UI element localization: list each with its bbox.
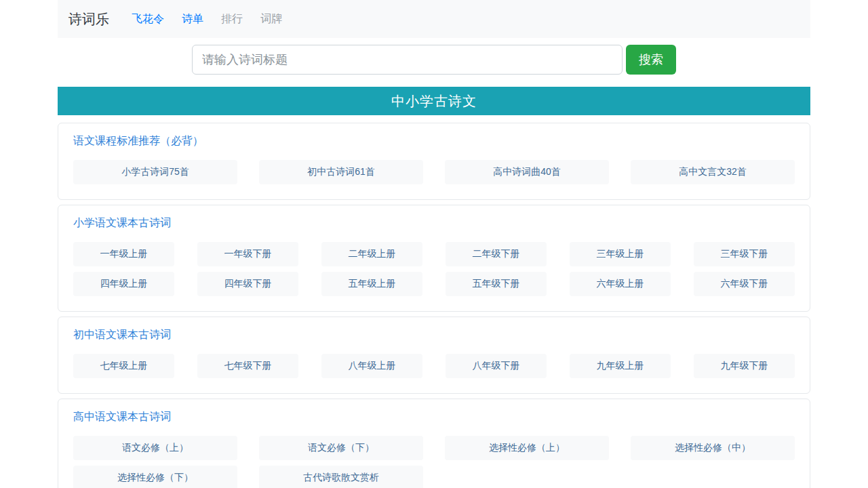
category-button[interactable]: 小学古诗词75首 (73, 160, 237, 184)
section-title: 小学语文课本古诗词 (73, 218, 795, 228)
grade-button[interactable]: 三年级上册 (570, 242, 671, 266)
grade-button[interactable]: 五年级下册 (446, 272, 547, 296)
tile-grid: 小学古诗词75首 初中古诗词61首 高中诗词曲40首 高中文言文32首 (73, 160, 795, 184)
course-button[interactable]: 语文必修（下） (259, 436, 423, 460)
section-title: 语文课程标准推荐（必背） (73, 136, 795, 146)
section-title: 初中语文课本古诗词 (73, 329, 795, 340)
grade-button[interactable]: 五年级上册 (321, 272, 422, 296)
grade-button[interactable]: 二年级下册 (446, 242, 547, 266)
main-nav: 飞花令 诗单 排行 词牌 (123, 7, 291, 32)
course-button[interactable]: 古代诗歌散文赏析 (259, 466, 423, 488)
tile-grid: 七年级上册 七年级下册 八年级上册 八年级下册 九年级上册 九年级下册 (73, 354, 795, 378)
tile-grid: 一年级上册 一年级下册 二年级上册 二年级下册 三年级上册 三年级下册 四年级上… (73, 242, 795, 296)
search-button[interactable]: 搜索 (626, 45, 676, 75)
nav-item-shidan[interactable]: 诗单 (173, 7, 212, 32)
grade-button[interactable]: 三年级下册 (694, 242, 795, 266)
grade-button[interactable]: 六年级下册 (694, 272, 795, 296)
nav-item-feihualing[interactable]: 飞花令 (123, 7, 173, 32)
section-banner: 中小学古诗文 (58, 87, 810, 115)
section-curriculum-recommended: 语文课程标准推荐（必背） 小学古诗词75首 初中古诗词61首 高中诗词曲40首 … (58, 123, 810, 200)
nav-item-paihang[interactable]: 排行 (212, 7, 252, 32)
category-button[interactable]: 初中古诗词61首 (259, 160, 423, 184)
course-button[interactable]: 选择性必修（上） (445, 436, 609, 460)
course-button[interactable]: 语文必修（上） (73, 436, 237, 460)
section-high-school: 高中语文课本古诗词 语文必修（上） 语文必修（下） 选择性必修（上） 选择性必修… (58, 399, 810, 488)
top-navbar: 诗词乐 飞花令 诗单 排行 词牌 (58, 0, 810, 38)
grade-button[interactable]: 七年级下册 (197, 354, 298, 378)
grade-button[interactable]: 四年级上册 (73, 272, 174, 296)
grade-button[interactable]: 八年级上册 (321, 354, 422, 378)
grade-button[interactable]: 七年级上册 (73, 354, 174, 378)
grade-button[interactable]: 九年级上册 (570, 354, 671, 378)
category-button[interactable]: 高中文言文32首 (631, 160, 795, 184)
course-button[interactable]: 选择性必修（下） (73, 466, 237, 488)
section-title: 高中语文课本古诗词 (73, 411, 795, 422)
page-container: 诗词乐 飞花令 诗单 排行 词牌 搜索 中小学古诗文 语文课程标准推荐（必背） … (58, 0, 810, 488)
brand-logo[interactable]: 诗词乐 (68, 10, 109, 28)
search-bar: 搜索 (58, 38, 810, 75)
nav-item-cipai[interactable]: 词牌 (252, 7, 291, 32)
grade-button[interactable]: 二年级上册 (321, 242, 422, 266)
grade-button[interactable]: 九年级下册 (694, 354, 795, 378)
grade-button[interactable]: 一年级下册 (197, 242, 298, 266)
section-middle-school: 初中语文课本古诗词 七年级上册 七年级下册 八年级上册 八年级下册 九年级上册 … (58, 317, 810, 394)
grade-button[interactable]: 四年级下册 (197, 272, 298, 296)
search-input[interactable] (192, 45, 623, 75)
banner-title: 中小学古诗文 (391, 92, 477, 110)
tile-grid: 语文必修（上） 语文必修（下） 选择性必修（上） 选择性必修（中） 选择性必修（… (73, 436, 795, 488)
section-primary-school: 小学语文课本古诗词 一年级上册 一年级下册 二年级上册 二年级下册 三年级上册 … (58, 205, 810, 312)
category-button[interactable]: 高中诗词曲40首 (445, 160, 609, 184)
grade-button[interactable]: 一年级上册 (73, 242, 174, 266)
course-button[interactable]: 选择性必修（中） (631, 436, 795, 460)
grade-button[interactable]: 六年级上册 (570, 272, 671, 296)
grade-button[interactable]: 八年级下册 (446, 354, 547, 378)
